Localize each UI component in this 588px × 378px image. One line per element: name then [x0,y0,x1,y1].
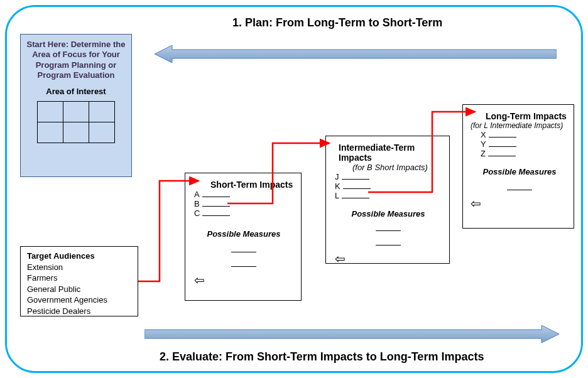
evaluate-arrow-right [144,325,559,343]
svg-marker-1 [144,325,559,343]
evaluate-heading: 2. Evaluate: From Short-Term Impacts to … [160,350,484,364]
red-arrows-icon [0,0,588,378]
arrow-right-icon [144,325,559,343]
diagram-canvas: 1. Plan: From Long-Term to Short-Term St… [0,0,588,378]
